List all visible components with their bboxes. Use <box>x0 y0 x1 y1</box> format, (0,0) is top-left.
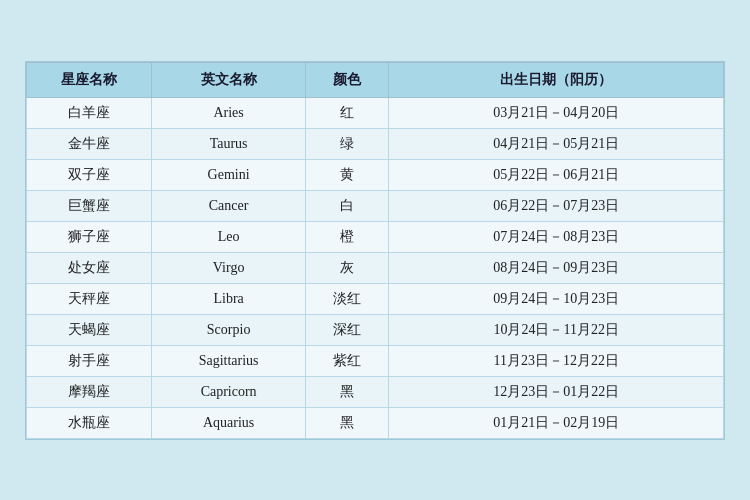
cell-cn: 天秤座 <box>27 283 152 314</box>
cell-date: 11月23日－12月22日 <box>389 345 724 376</box>
header-color: 颜色 <box>305 62 389 97</box>
cell-cn: 金牛座 <box>27 128 152 159</box>
cell-color: 紫红 <box>305 345 389 376</box>
cell-color: 红 <box>305 97 389 128</box>
cell-color: 黑 <box>305 407 389 438</box>
cell-en: Aquarius <box>152 407 305 438</box>
cell-color: 白 <box>305 190 389 221</box>
cell-color: 绿 <box>305 128 389 159</box>
cell-color: 灰 <box>305 252 389 283</box>
cell-cn: 摩羯座 <box>27 376 152 407</box>
table-row: 摩羯座Capricorn黑12月23日－01月22日 <box>27 376 724 407</box>
table-row: 射手座Sagittarius紫红11月23日－12月22日 <box>27 345 724 376</box>
table-row: 狮子座Leo橙07月24日－08月23日 <box>27 221 724 252</box>
cell-en: Libra <box>152 283 305 314</box>
table-row: 巨蟹座Cancer白06月22日－07月23日 <box>27 190 724 221</box>
cell-color: 黑 <box>305 376 389 407</box>
zodiac-table: 星座名称 英文名称 颜色 出生日期（阳历） 白羊座Aries红03月21日－04… <box>26 62 724 439</box>
cell-color: 淡红 <box>305 283 389 314</box>
table-row: 金牛座Taurus绿04月21日－05月21日 <box>27 128 724 159</box>
cell-en: Aries <box>152 97 305 128</box>
cell-date: 10月24日－11月22日 <box>389 314 724 345</box>
table-row: 水瓶座Aquarius黑01月21日－02月19日 <box>27 407 724 438</box>
cell-en: Sagittarius <box>152 345 305 376</box>
cell-color: 橙 <box>305 221 389 252</box>
cell-date: 12月23日－01月22日 <box>389 376 724 407</box>
cell-en: Cancer <box>152 190 305 221</box>
cell-date: 06月22日－07月23日 <box>389 190 724 221</box>
cell-date: 08月24日－09月23日 <box>389 252 724 283</box>
table-header-row: 星座名称 英文名称 颜色 出生日期（阳历） <box>27 62 724 97</box>
table-row: 白羊座Aries红03月21日－04月20日 <box>27 97 724 128</box>
cell-cn: 射手座 <box>27 345 152 376</box>
cell-en: Leo <box>152 221 305 252</box>
cell-date: 03月21日－04月20日 <box>389 97 724 128</box>
table-row: 天蝎座Scorpio深红10月24日－11月22日 <box>27 314 724 345</box>
cell-cn: 天蝎座 <box>27 314 152 345</box>
cell-date: 04月21日－05月21日 <box>389 128 724 159</box>
cell-color: 黄 <box>305 159 389 190</box>
cell-cn: 水瓶座 <box>27 407 152 438</box>
zodiac-table-container: 星座名称 英文名称 颜色 出生日期（阳历） 白羊座Aries红03月21日－04… <box>25 61 725 440</box>
header-date: 出生日期（阳历） <box>389 62 724 97</box>
cell-color: 深红 <box>305 314 389 345</box>
header-en: 英文名称 <box>152 62 305 97</box>
cell-cn: 双子座 <box>27 159 152 190</box>
cell-date: 07月24日－08月23日 <box>389 221 724 252</box>
table-row: 处女座Virgo灰08月24日－09月23日 <box>27 252 724 283</box>
cell-en: Gemini <box>152 159 305 190</box>
cell-date: 05月22日－06月21日 <box>389 159 724 190</box>
table-row: 天秤座Libra淡红09月24日－10月23日 <box>27 283 724 314</box>
cell-en: Virgo <box>152 252 305 283</box>
cell-cn: 狮子座 <box>27 221 152 252</box>
cell-cn: 白羊座 <box>27 97 152 128</box>
cell-date: 09月24日－10月23日 <box>389 283 724 314</box>
cell-cn: 处女座 <box>27 252 152 283</box>
table-row: 双子座Gemini黄05月22日－06月21日 <box>27 159 724 190</box>
cell-en: Scorpio <box>152 314 305 345</box>
cell-en: Capricorn <box>152 376 305 407</box>
cell-en: Taurus <box>152 128 305 159</box>
cell-cn: 巨蟹座 <box>27 190 152 221</box>
cell-date: 01月21日－02月19日 <box>389 407 724 438</box>
header-cn: 星座名称 <box>27 62 152 97</box>
